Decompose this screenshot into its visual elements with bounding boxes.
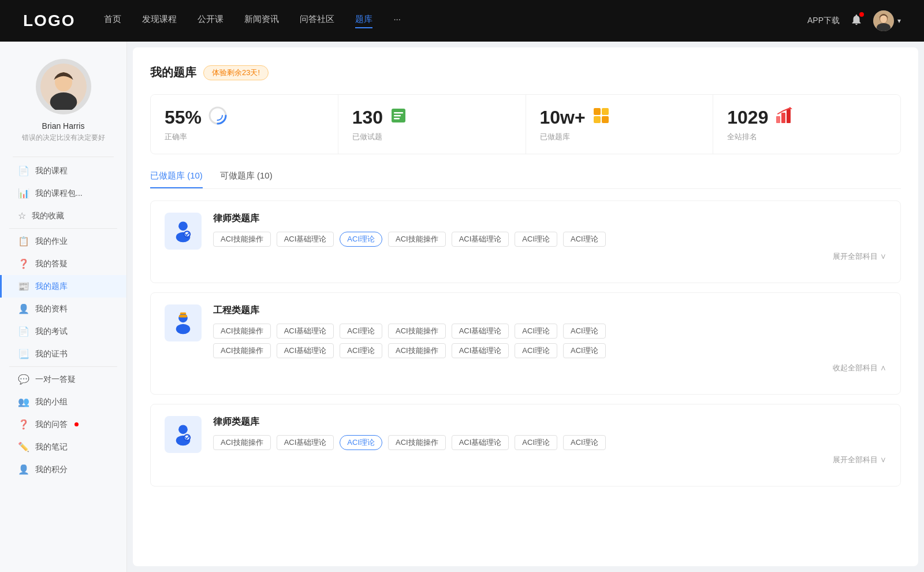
page-wrap: Brian Harris 错误的决定比没有决定要好 📄 我的课程 📊 我的课程包… [0,42,924,572]
sidebar-item-my-courses[interactable]: 📄 我的课程 [0,159,126,182]
site-rank-icon [775,107,792,128]
user-avatar-container[interactable]: ▾ [873,10,901,31]
sidebar-item-label: 我的证书 [35,349,68,359]
sidebar-item-certificate[interactable]: 📃 我的证书 [0,343,126,365]
sidebar-item-label: 我的笔记 [35,442,68,452]
user-avatar [873,10,894,31]
sidebar-item-label: 一对一答疑 [35,374,76,385]
page-title-row: 我的题库 体验剩余23天! [150,65,901,80]
tag-2-14[interactable]: ACI理论 [563,343,606,358]
tag-1-6[interactable]: ACI理论 [515,232,557,247]
tag-2-10[interactable]: ACI理论 [340,343,382,358]
bank-icon: 📰 [18,281,29,292]
tag-2-2[interactable]: ACI基础理论 [277,324,334,339]
site-rank-value: 1029 [727,107,768,128]
tag-3-1[interactable]: ACI技能操作 [213,435,271,450]
bank-header-2: 工程类题库 ACI技能操作 ACI基础理论 ACI理论 ACI技能操作 ACI基… [165,304,886,373]
nav-news[interactable]: 新闻资讯 [244,14,279,28]
bank-info-1: 律师类题库 ACI技能操作 ACI基础理论 ACI理论 ACI技能操作 ACI基… [213,213,886,262]
svg-point-22 [178,221,188,231]
tag-2-1[interactable]: ACI技能操作 [213,324,271,339]
tag-2-3[interactable]: ACI理论 [340,324,382,339]
cert-icon: 📃 [18,348,29,359]
tag-2-4[interactable]: ACI技能操作 [388,324,446,339]
sidebar-item-my-exam[interactable]: 📄 我的考试 [0,320,126,343]
sidebar-item-label: 我的考试 [35,326,68,337]
tags-row-3: ACI技能操作 ACI基础理论 ACI理论 ACI技能操作 ACI基础理论 AC… [213,435,886,450]
profile-bio: 错误的决定比没有决定要好 [22,133,105,143]
sidebar-item-homework[interactable]: 📋 我的作业 [0,230,126,252]
accuracy-value: 55% [165,107,202,128]
app-download-button[interactable]: APP下载 [807,16,840,26]
accuracy-icon [208,106,227,128]
tag-3-7[interactable]: ACI理论 [563,435,606,450]
sidebar-item-my-qa[interactable]: ❓ 我的答疑 [0,252,126,275]
bank-section-2: 工程类题库 ACI技能操作 ACI基础理论 ACI理论 ACI技能操作 ACI基… [150,292,901,395]
main-content: 我的题库 体验剩余23天! 55% 正确率 [133,47,918,566]
bank-header-3: 律师类题库 ACI技能操作 ACI基础理论 ACI理论 ACI技能操作 ACI基… [165,416,886,465]
svg-rect-20 [787,109,791,123]
stat-done-questions: 130 已做试题 [338,95,526,154]
sidebar-item-my-data[interactable]: 👤 我的资料 [0,298,126,320]
chevron-down-icon: ▾ [897,17,901,25]
svg-point-3 [880,15,887,23]
tag-2-7[interactable]: ACI理论 [563,324,606,339]
expand-link-1[interactable]: 展开全部科目 ∨ [213,251,886,262]
chat-icon: 💬 [18,374,29,385]
bank-name-1: 律师类题库 [213,213,886,225]
svg-marker-21 [788,107,792,109]
bank-section-3: 律师类题库 ACI技能操作 ACI基础理论 ACI理论 ACI技能操作 ACI基… [150,404,901,486]
tag-1-3-highlighted[interactable]: ACI理论 [340,232,382,247]
notes-icon: ✏️ [18,441,29,452]
logo: LOGO [23,12,75,30]
tag-1-5[interactable]: ACI基础理论 [452,232,509,247]
tag-2-12[interactable]: ACI基础理论 [452,343,509,358]
sidebar-item-my-questions[interactable]: ❓ 我的问答 [0,413,126,436]
exam-icon: 📄 [18,326,29,337]
sidebar-item-course-packages[interactable]: 📊 我的课程包... [0,182,126,205]
sidebar-item-my-points[interactable]: 👤 我的积分 [0,458,126,481]
star-icon: ☆ [18,210,26,221]
tag-1-7[interactable]: ACI理论 [563,232,606,247]
nav-open[interactable]: 公开课 [198,14,223,28]
nav-qa[interactable]: 问答社区 [300,14,334,28]
svg-rect-12 [394,115,401,117]
tag-2-11[interactable]: ACI技能操作 [388,343,446,358]
tag-1-1[interactable]: ACI技能操作 [213,232,271,247]
tag-2-5[interactable]: ACI基础理论 [452,324,509,339]
sidebar-item-favorites[interactable]: ☆ 我的收藏 [0,205,126,227]
tag-2-9[interactable]: ACI基础理论 [277,343,334,358]
nav-home[interactable]: 首页 [104,14,121,28]
nav-more[interactable]: ··· [393,14,401,28]
notification-bell[interactable] [850,13,863,28]
tags-row-2a: ACI技能操作 ACI基础理论 ACI理论 ACI技能操作 ACI基础理论 AC… [213,324,886,339]
tag-1-2[interactable]: ACI基础理论 [277,232,334,247]
tab-done-banks[interactable]: 已做题库 (10) [150,170,203,188]
stats-row: 55% 正确率 130 [150,94,901,154]
expand-link-3[interactable]: 展开全部科目 ∨ [213,455,886,465]
sidebar-item-label: 我的小组 [35,397,68,407]
nav-bank[interactable]: 题库 [355,14,372,28]
sidebar-item-label: 我的课程 [35,166,68,176]
trial-badge: 体验剩余23天! [203,65,269,80]
nav-discover[interactable]: 发现课程 [142,14,177,28]
svg-rect-28 [180,313,187,315]
sidebar-item-my-bank[interactable]: 📰 我的题库 [0,275,126,298]
collapse-link-2[interactable]: 收起全部科目 ∧ [213,363,886,373]
tag-3-3-highlighted[interactable]: ACI理论 [340,435,382,450]
sidebar-item-my-group[interactable]: 👥 我的小组 [0,391,126,413]
tag-3-6[interactable]: ACI理论 [515,435,557,450]
svg-point-30 [178,425,188,434]
tag-3-4[interactable]: ACI技能操作 [388,435,446,450]
tag-2-6[interactable]: ACI理论 [515,324,557,339]
sidebar-item-my-notes[interactable]: ✏️ 我的笔记 [0,436,126,458]
tag-1-4[interactable]: ACI技能操作 [388,232,446,247]
svg-rect-16 [594,116,601,123]
tag-3-2[interactable]: ACI基础理论 [277,435,334,450]
tag-2-8[interactable]: ACI技能操作 [213,343,271,358]
tag-3-5[interactable]: ACI基础理论 [452,435,509,450]
bank-name-2: 工程类题库 [213,304,886,317]
sidebar-item-1to1-qa[interactable]: 💬 一对一答疑 [0,368,126,391]
tab-available-banks[interactable]: 可做题库 (10) [220,170,273,188]
tag-2-13[interactable]: ACI理论 [515,343,557,358]
